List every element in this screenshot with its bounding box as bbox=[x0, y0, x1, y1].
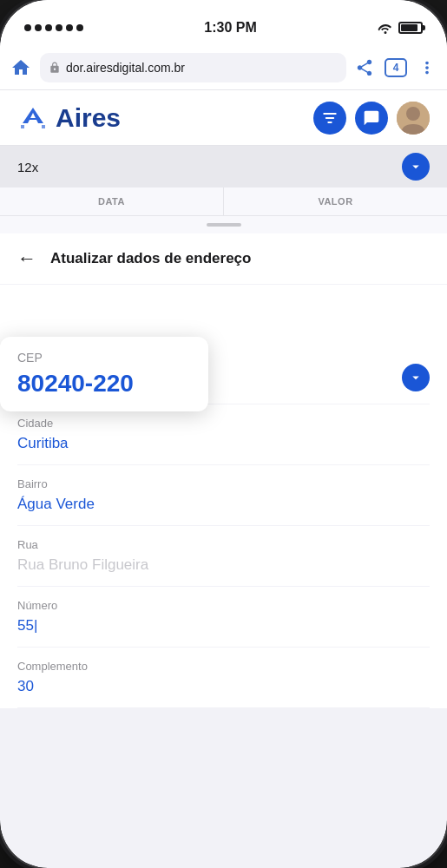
app-logo-text: Aires bbox=[56, 103, 121, 133]
status-bar: 1:30 PM bbox=[0, 0, 447, 45]
svg-point-1 bbox=[406, 107, 420, 121]
wifi-icon bbox=[378, 22, 393, 34]
rua-label: Rua bbox=[17, 538, 430, 551]
scroll-indicator bbox=[0, 216, 447, 233]
signal-dot bbox=[76, 24, 83, 31]
battery-icon bbox=[398, 22, 423, 34]
tab-count[interactable]: 4 bbox=[385, 58, 407, 77]
url-text: dor.airesdigital.com.br bbox=[66, 61, 338, 75]
signal-dot bbox=[35, 24, 42, 31]
cidade-field: Cidade Curitiba bbox=[17, 404, 430, 465]
installments-label: 12x bbox=[17, 160, 38, 174]
user-avatar[interactable] bbox=[397, 102, 430, 135]
rua-field: Rua Rua Bruno Filgueira bbox=[17, 526, 430, 587]
signal-dot bbox=[66, 24, 73, 31]
signal-dot bbox=[56, 24, 62, 31]
status-icons bbox=[378, 22, 423, 34]
aires-logo-icon bbox=[17, 102, 49, 134]
signal-dot bbox=[45, 24, 52, 31]
chat-button[interactable] bbox=[355, 102, 388, 135]
status-time: 1:30 PM bbox=[204, 20, 256, 36]
browser-bar: dor.airesdigital.com.br 4 bbox=[0, 45, 447, 90]
page-title: Atualizar dados de endereço bbox=[50, 250, 251, 267]
col-valor: VALOR bbox=[224, 187, 447, 215]
bairro-label: Bairro bbox=[17, 477, 430, 490]
share-icon[interactable] bbox=[355, 58, 374, 77]
form-content: CEP 80240-220 UF PR bbox=[0, 285, 447, 708]
scroll-handle bbox=[207, 223, 241, 227]
installments-bar: 12x bbox=[0, 146, 447, 187]
more-icon[interactable] bbox=[417, 58, 437, 77]
url-bar[interactable]: dor.airesdigital.com.br bbox=[40, 53, 346, 82]
filter-button[interactable] bbox=[313, 102, 346, 135]
home-icon[interactable] bbox=[10, 57, 31, 78]
installments-dropdown-button[interactable] bbox=[402, 153, 430, 181]
numero-label: Número bbox=[17, 599, 430, 612]
form-area: ← Atualizar dados de endereço CEP 80240-… bbox=[0, 233, 447, 708]
cidade-value[interactable]: Curitiba bbox=[17, 435, 69, 451]
numero-field: Número 55| bbox=[17, 587, 430, 648]
cidade-label: Cidade bbox=[17, 417, 430, 430]
table-header: DATA VALOR bbox=[0, 187, 447, 216]
complemento-label: Complemento bbox=[17, 660, 430, 673]
bairro-field: Bairro Água Verde bbox=[17, 465, 430, 526]
complemento-field: Complemento 30 bbox=[17, 648, 430, 708]
app-header: Aires bbox=[0, 90, 447, 146]
cep-popup: CEP 80240-220 bbox=[0, 337, 208, 411]
uf-dropdown-button[interactable] bbox=[402, 364, 430, 391]
bairro-value[interactable]: Água Verde bbox=[17, 496, 95, 512]
page-header: ← Atualizar dados de endereço bbox=[0, 233, 447, 285]
browser-actions: 4 bbox=[355, 58, 437, 77]
cep-value[interactable]: 80240-220 bbox=[17, 370, 191, 398]
numero-value[interactable]: 55| bbox=[17, 617, 37, 634]
rua-value[interactable]: Rua Bruno Filgueira bbox=[17, 556, 148, 573]
signal-indicator bbox=[24, 24, 83, 31]
signal-dot bbox=[24, 24, 31, 31]
cep-label: CEP bbox=[17, 351, 191, 365]
lock-icon bbox=[49, 62, 61, 74]
complemento-value[interactable]: 30 bbox=[17, 678, 34, 694]
header-actions bbox=[313, 102, 430, 135]
chevron-down-icon bbox=[408, 370, 424, 385]
app-logo: Aires bbox=[17, 102, 121, 134]
back-button[interactable]: ← bbox=[17, 247, 36, 270]
col-data: DATA bbox=[0, 187, 224, 215]
